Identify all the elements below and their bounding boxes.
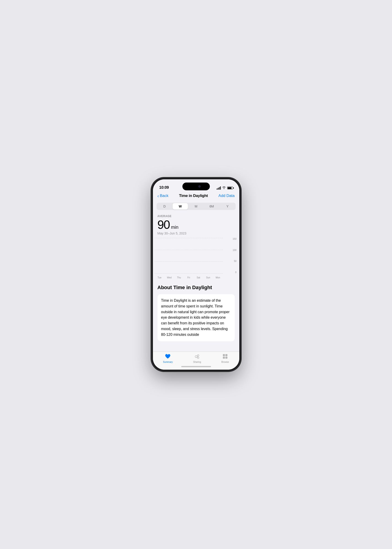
- about-title: About Time in Daylight: [157, 285, 235, 291]
- day-label-tue: Tue: [157, 276, 161, 279]
- stats-value: 90 min: [157, 219, 235, 231]
- tab-browse-label: Browse: [222, 361, 229, 363]
- chart-y-axis: 150 100 50 0: [230, 238, 238, 279]
- tab-bar: Summary Sharing: [153, 352, 239, 370]
- browse-icon: [222, 354, 228, 360]
- day-label-thu: Thu: [177, 276, 181, 279]
- dynamic-island: [182, 183, 210, 190]
- signal-bars-icon: [217, 186, 221, 190]
- tab-summary-label: Summary: [163, 361, 173, 363]
- nav-bar: ‹ Back Time in Daylight Add Data: [153, 192, 239, 201]
- tab-items: Summary Sharing: [153, 354, 239, 363]
- svg-line-3: [197, 356, 197, 356]
- svg-rect-7: [223, 357, 225, 359]
- chart-bars-section: Tue Wed Thu Fri: [155, 238, 230, 279]
- day-labels: Tue Wed Thu Fri: [155, 276, 223, 279]
- stats-number: 90: [157, 219, 170, 231]
- tab-sharing-label: Sharing: [193, 361, 201, 363]
- scroll-content[interactable]: D W M 6M Y AVERAGE 90 min May 30–Jun 5, …: [153, 201, 239, 352]
- day-label-sun: Sun: [206, 276, 210, 279]
- svg-point-2: [197, 357, 199, 359]
- stats-date-range: May 30–Jun 5, 2023: [157, 231, 235, 235]
- time-range-week[interactable]: W: [173, 203, 188, 210]
- stats-section: AVERAGE 90 min May 30–Jun 5, 2023: [153, 214, 239, 235]
- time-range-year[interactable]: Y: [220, 203, 235, 210]
- svg-rect-5: [223, 354, 225, 356]
- svg-rect-6: [225, 354, 227, 356]
- wifi-icon: [222, 186, 226, 190]
- svg-line-4: [197, 357, 197, 357]
- status-icons: [217, 186, 233, 190]
- about-card: Time in Daylight is an estimate of the a…: [157, 294, 235, 341]
- battery-icon: [227, 186, 233, 189]
- tab-sharing[interactable]: Sharing: [189, 354, 205, 363]
- phone-frame: 10:09: [152, 178, 241, 371]
- stats-unit: min: [171, 225, 178, 230]
- camera-dot: [198, 185, 201, 188]
- y-label-0: 0: [235, 271, 237, 274]
- add-data-button[interactable]: Add Data: [218, 193, 235, 198]
- time-range-6month[interactable]: 6M: [204, 203, 219, 210]
- y-label-50: 50: [234, 260, 236, 262]
- status-time: 10:09: [159, 185, 169, 190]
- y-label-150: 150: [233, 238, 237, 240]
- sharing-icon: [194, 354, 200, 360]
- page-title: Time in Daylight: [179, 193, 208, 198]
- svg-rect-8: [225, 357, 227, 359]
- heart-icon: [165, 354, 171, 360]
- time-range-day[interactable]: D: [157, 203, 172, 210]
- back-label: Back: [160, 193, 168, 198]
- phone-screen: 10:09: [153, 179, 239, 370]
- day-label-fri: Fri: [187, 276, 190, 279]
- y-label-100: 100: [233, 249, 237, 251]
- back-button[interactable]: ‹ Back: [157, 193, 168, 198]
- tab-browse[interactable]: Browse: [217, 354, 234, 363]
- day-label-sat: Sat: [197, 276, 200, 279]
- about-text: Time in Daylight is an estimate of the a…: [161, 298, 231, 338]
- about-section: About Time in Daylight Time in Daylight …: [153, 279, 239, 344]
- stats-label: AVERAGE: [157, 214, 235, 218]
- home-indicator: [153, 363, 239, 370]
- day-label-mon: Mon: [216, 276, 220, 279]
- chart-area: Tue Wed Thu Fri: [155, 238, 238, 279]
- bars-wrapper: [155, 238, 223, 279]
- chart-container: Tue Wed Thu Fri: [153, 238, 239, 279]
- tab-summary[interactable]: Summary: [158, 354, 177, 363]
- time-range-month[interactable]: M: [188, 203, 204, 210]
- time-range-selector: D W M 6M Y: [157, 203, 236, 210]
- day-label-wed: Wed: [167, 276, 171, 279]
- svg-point-0: [195, 356, 197, 358]
- svg-point-1: [197, 355, 199, 356]
- chevron-left-icon: ‹: [157, 193, 159, 198]
